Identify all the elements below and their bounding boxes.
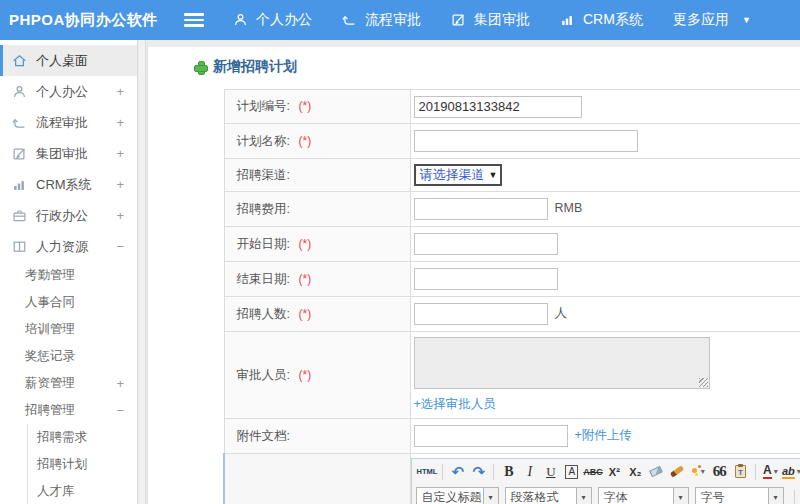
attachment-upload-link[interactable]: +附件上传: [575, 428, 632, 442]
toolbar-separator: [442, 464, 443, 480]
approvers-textarea[interactable]: [414, 337, 710, 389]
subscript-button[interactable]: X₂: [626, 462, 645, 482]
sidebar-item-CRM系统[interactable]: CRM系统+: [0, 169, 137, 200]
end-date-input[interactable]: [414, 268, 558, 290]
sidebar-item-招聘管理[interactable]: 招聘管理−: [0, 397, 137, 424]
collapse-icon: −: [116, 403, 124, 418]
form-row-attachment: 附件文档: +附件上传: [224, 419, 800, 454]
expand-icon: +: [116, 84, 124, 99]
custom-heading-select-arrow[interactable]: ▾: [484, 487, 499, 504]
sidebar-item-考勤管理[interactable]: 考勤管理: [0, 262, 137, 289]
resize-handle[interactable]: [699, 378, 708, 387]
channel-select-value: 请选择渠道: [420, 166, 485, 184]
topnav-item-流程审批[interactable]: 流程审批: [327, 0, 436, 40]
paragraph-format-select[interactable]: 段落格式: [505, 487, 577, 504]
highlight-color-button[interactable]: ab▾: [782, 462, 800, 482]
paintbrush-button[interactable]: [668, 462, 687, 482]
italic-button[interactable]: I: [520, 462, 539, 482]
strikethrough-button[interactable]: ABC: [583, 462, 603, 482]
paste-icon: [735, 465, 746, 478]
sidebar-item-招聘计划[interactable]: 招聘计划: [27, 451, 137, 478]
sidebar-item-人事合同[interactable]: 人事合同: [0, 289, 137, 316]
font-color-button[interactable]: A▾: [761, 462, 780, 482]
required-mark: (*): [298, 272, 311, 286]
topnav-item-个人办公[interactable]: 个人办公: [218, 0, 327, 40]
eraser-button[interactable]: [647, 462, 666, 482]
sidebar-item-招聘需求[interactable]: 招聘需求: [27, 424, 137, 451]
sidebar-item-个人办公[interactable]: 个人办公+: [0, 76, 137, 107]
start-date-input[interactable]: [414, 233, 558, 255]
plan-name-input[interactable]: [414, 130, 638, 152]
attachment-label: 附件文档:: [237, 429, 290, 443]
sidebar-item-行政办公[interactable]: 行政办公+: [0, 200, 137, 231]
topnav-item-集团审批[interactable]: 集团审批: [436, 0, 545, 40]
page-title-text: 新增招聘计划: [213, 58, 297, 76]
fee-unit: RMB: [555, 201, 583, 215]
user-icon: [233, 12, 249, 28]
paintbrush-icon: [670, 465, 684, 477]
topnav-item-更多应用[interactable]: 更多应用▼: [658, 0, 766, 40]
topnav: 个人办公流程审批集团审批CRM系统更多应用▼: [218, 0, 766, 40]
recruitment-plan-form: 计划编号: (*) 计划名称: (*) 招聘渠道: 请选择渠道: [223, 89, 800, 504]
sidebar-item-集团审批[interactable]: 集团审批+: [0, 138, 137, 169]
topnav-item-label: 更多应用: [673, 11, 729, 29]
toolbar-separator: [794, 490, 795, 504]
expand-icon: +: [116, 177, 124, 192]
sidebar-item-label: 个人桌面: [36, 52, 88, 70]
headcount-label: 招聘人数:: [237, 307, 290, 321]
required-mark: (*): [298, 99, 311, 113]
underline-button[interactable]: U: [541, 462, 560, 482]
sidebar-item-培训管理[interactable]: 培训管理: [0, 316, 137, 343]
topnav-item-CRM系统[interactable]: CRM系统: [545, 0, 658, 40]
format-painter-button[interactable]: ▾: [689, 462, 708, 482]
bold-button[interactable]: B: [499, 462, 518, 482]
editor-toolbar-row2: 自定义标题▾段落格式▾字体▾字号▾∞∞: [412, 484, 800, 504]
paragraph-format-select-arrow[interactable]: ▾: [577, 487, 592, 504]
user-icon: [12, 84, 27, 99]
channel-select[interactable]: 请选择渠道 ▼: [414, 164, 503, 186]
topbar: PHPOA协同办公软件 个人办公流程审批集团审批CRM系统更多应用▼: [0, 0, 800, 40]
custom-heading-select[interactable]: 自定义标题: [416, 487, 484, 504]
sidebar-item-奖惩记录[interactable]: 奖惩记录: [0, 343, 137, 370]
font-family-select[interactable]: 字体: [598, 487, 674, 504]
superscript-button[interactable]: X²: [605, 462, 624, 482]
font-size-select[interactable]: 字号: [695, 487, 769, 504]
html-source-button[interactable]: HTML: [417, 462, 438, 482]
chart-icon: [560, 12, 576, 28]
expand-icon: +: [116, 208, 124, 223]
form-row-plan-no: 计划编号: (*): [224, 90, 800, 124]
font-size-select-arrow[interactable]: ▾: [769, 487, 784, 504]
sidebar-item-人力资源[interactable]: 人力资源−: [0, 231, 137, 262]
fee-input[interactable]: [414, 198, 548, 220]
sidebar-item-label: 薪资管理: [25, 375, 75, 392]
redo-button[interactable]: ↷: [469, 462, 488, 482]
headcount-input[interactable]: [414, 303, 548, 325]
plus-icon: [194, 61, 206, 73]
sidebar-item-人才库[interactable]: 人才库: [27, 478, 137, 504]
sidebar-item-label: 集团审批: [36, 145, 88, 163]
form-row-headcount: 招聘人数: (*) 人: [224, 297, 800, 332]
font-family-select-arrow[interactable]: ▾: [674, 487, 689, 504]
expand-icon: +: [116, 115, 124, 130]
sidebar-item-薪资管理[interactable]: 薪资管理+: [0, 370, 137, 397]
sidebar-item-个人桌面[interactable]: 个人桌面: [0, 45, 137, 76]
collapse-icon: −: [116, 239, 124, 254]
sidebar-scrollbar[interactable]: [139, 40, 146, 504]
menu-toggle-icon[interactable]: [184, 13, 204, 27]
briefcase-icon: [12, 208, 27, 223]
undo-button[interactable]: ↶: [448, 462, 467, 482]
sidebar-item-label: 人事合同: [25, 294, 75, 311]
attachment-input[interactable]: [414, 425, 568, 447]
topnav-item-label: CRM系统: [583, 11, 643, 29]
blockquote-button[interactable]: 66: [710, 462, 729, 482]
paste-button[interactable]: [731, 462, 750, 482]
rich-text-editor: HTML↶↷BIUAABCX²X₂▾66A▾ab▾ 自定义标题▾段落格式▾字体▾…: [411, 458, 800, 504]
font-box-button[interactable]: A: [562, 462, 581, 482]
start-date-label: 开始日期:: [237, 237, 290, 251]
plan-no-input[interactable]: [414, 96, 582, 118]
plan-no-label: 计划编号:: [237, 99, 290, 113]
format-painter-icon: [692, 468, 697, 473]
chevron-down-icon: ▼: [742, 15, 751, 25]
sidebar-item-流程审批[interactable]: 流程审批+: [0, 107, 137, 138]
choose-approvers-link[interactable]: +选择审批人员: [414, 397, 496, 411]
